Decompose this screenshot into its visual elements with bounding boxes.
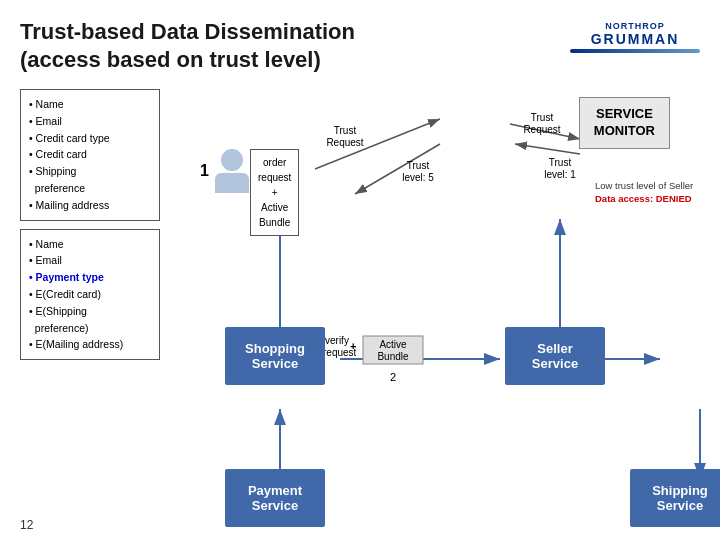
svg-text:Request: Request	[326, 137, 363, 148]
service-monitor-line1: SERVICE	[594, 106, 655, 123]
logo-swoosh	[570, 49, 700, 53]
header: Trust-based Data Dissemination (access b…	[20, 18, 700, 73]
logo-northrop: NORTHROP	[605, 21, 665, 31]
shipping-service-line2: Service	[650, 498, 710, 513]
seller-service-line1: Seller	[525, 341, 585, 356]
info-item: • Credit card type	[29, 130, 151, 147]
svg-text:Trust: Trust	[549, 157, 572, 168]
info-item: • E(Credit card)	[29, 286, 151, 303]
shipping-service-line1: Shipping	[650, 483, 710, 498]
order-line3: +	[258, 185, 291, 200]
svg-text:Low trust level of Seller: Low trust level of Seller	[595, 180, 693, 191]
info-item: • Shipping preference	[29, 163, 151, 197]
payment-service-box: Payment Service	[225, 469, 325, 527]
logo-grumman: GRUMMAN	[591, 31, 680, 47]
page-number: 12	[20, 518, 33, 532]
slide: Trust-based Data Dissemination (access b…	[0, 0, 720, 540]
svg-text:verify: verify	[325, 335, 349, 346]
order-line4: Active	[258, 200, 291, 215]
slide-title: Trust-based Data Dissemination (access b…	[20, 18, 355, 73]
info-item: • Email	[29, 113, 151, 130]
svg-text:Active: Active	[379, 339, 407, 350]
info-item highlight: • Payment type	[29, 269, 151, 286]
svg-text:2: 2	[390, 371, 396, 383]
info-item: • Credit card	[29, 146, 151, 163]
info-item: • Mailing address	[29, 197, 151, 214]
svg-text:level: 5: level: 5	[402, 172, 434, 183]
svg-text:level: 1: level: 1	[544, 169, 576, 180]
shopping-service-line2: Service	[245, 356, 305, 371]
info-item: • Email	[29, 252, 151, 269]
order-line5: Bundle	[258, 215, 291, 230]
svg-line-12	[515, 144, 580, 154]
svg-text:Bundle: Bundle	[377, 351, 409, 362]
svg-text:+: +	[350, 340, 356, 352]
svg-text:Trust: Trust	[334, 125, 357, 136]
svg-text:Trust: Trust	[407, 160, 430, 171]
info-item: • E(Shipping preference)	[29, 303, 151, 337]
info-box-1: • Name • Email • Credit card type • Cred…	[20, 89, 160, 221]
svg-text:Request: Request	[523, 124, 560, 135]
shopping-service-box: Shopping Service	[225, 327, 325, 385]
svg-text:Data access: DENIED: Data access: DENIED	[595, 193, 692, 204]
order-line1: order	[258, 155, 291, 170]
service-monitor-box: SERVICE MONITOR	[579, 97, 670, 149]
left-panels: • Name • Email • Credit card type • Cred…	[20, 89, 160, 539]
diagram-area: Trust Request Trust level: 5 Trust Reque…	[170, 89, 700, 539]
person-area: 1	[200, 149, 249, 193]
info-item: • Name	[29, 96, 151, 113]
payment-service-line2: Service	[245, 498, 305, 513]
title-line2: (access based on trust level)	[20, 47, 321, 72]
seller-service-line2: Service	[525, 356, 585, 371]
person-number: 1	[200, 162, 209, 180]
payment-service-line1: Payment	[245, 483, 305, 498]
person-body	[215, 173, 249, 193]
company-logo: NORTHROP GRUMMAN	[570, 18, 700, 56]
person-icon	[215, 149, 249, 193]
person-head	[221, 149, 243, 171]
service-monitor-line2: MONITOR	[594, 123, 655, 140]
info-item: • E(Mailing address)	[29, 336, 151, 353]
shopping-service-line1: Shopping	[245, 341, 305, 356]
info-item: • Name	[29, 236, 151, 253]
title-line1: Trust-based Data Dissemination	[20, 19, 355, 44]
order-box: order request + Active Bundle	[250, 149, 299, 236]
seller-service-box: Seller Service	[505, 327, 605, 385]
info-box-2: • Name • Email • Payment type • E(Credit…	[20, 229, 160, 361]
order-line2: request	[258, 170, 291, 185]
shipping-service-box: Shipping Service	[630, 469, 720, 527]
svg-text:Trust: Trust	[531, 112, 554, 123]
